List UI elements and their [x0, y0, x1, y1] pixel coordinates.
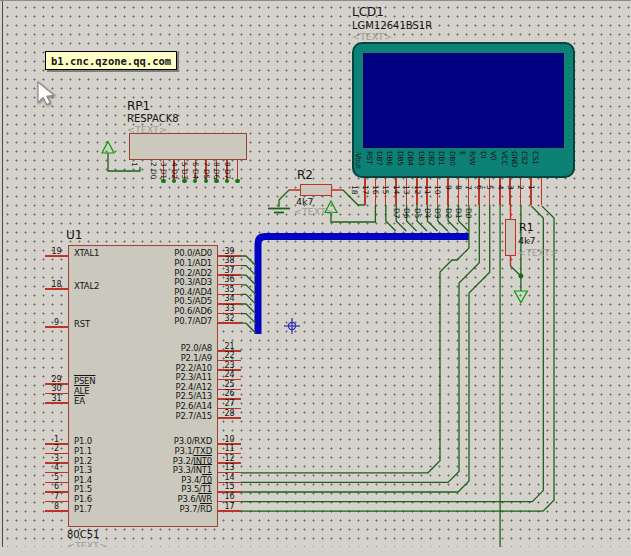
u1-pin-row: 36 P0.3/AD3 — [41, 277, 241, 287]
net-label — [238, 294, 258, 304]
net-label — [238, 275, 258, 285]
lcd-pin-stub — [489, 178, 491, 205]
p0-net-labels — [238, 247, 258, 324]
canvas-bottom-strip — [0, 547, 631, 556]
lcd-pin-stub — [468, 178, 470, 205]
pin-number: 24 — [219, 370, 240, 379]
net-label — [238, 285, 258, 295]
lcd-pin-number: 16 — [371, 185, 380, 195]
sheet-edge-top — [0, 0, 631, 1]
u1-pin-row: 23 P2.2/A10 — [41, 362, 241, 372]
lcd-net-labels: D7D6D5D4D3D2D1D0 — [401, 208, 484, 232]
u1-p0-group: 39 P0.0/AD0 38 P0.1/AD1 37 P0.2/AD2 36 P… — [41, 248, 241, 325]
lcd-pin-label: CS2 — [520, 151, 529, 165]
rp1-resistor-pack[interactable] — [129, 133, 247, 160]
lcd-pin-number: 11 — [423, 185, 432, 195]
rp1-pin: 9 D7 — [232, 160, 243, 186]
lcd-pin-number: 2 — [516, 185, 525, 190]
lcd-pin-stub — [499, 178, 501, 205]
lcd-pin-label: DB0 — [448, 151, 457, 166]
r1-value: 4k7 — [518, 235, 536, 246]
pin-number: 27 — [219, 399, 240, 408]
pin-number: 35 — [219, 285, 240, 294]
u1-pin-row: 38 P0.1/AD1 — [41, 258, 241, 268]
lcd-pin-stub — [520, 178, 522, 205]
lcd-pin-stub — [530, 178, 532, 205]
r2-resistor[interactable] — [300, 184, 332, 196]
rp1-junction-dot — [235, 179, 240, 184]
lcd-pin-stub — [541, 178, 543, 205]
lcd-ref: LCD1 — [352, 5, 384, 19]
u1-pin-row: 16 P3.6/WR — [41, 494, 241, 504]
pin-number: 26 — [219, 389, 240, 398]
u1-pin-row: 25 P2.4/A12 — [41, 381, 241, 391]
pin-number: 14 — [219, 473, 240, 482]
net-label — [238, 266, 258, 276]
lcd-pin-label: DB3 — [417, 151, 426, 166]
ground-symbol — [268, 209, 290, 213]
lcd-pin-label: RST — [365, 151, 374, 165]
r1-resistor[interactable] — [505, 219, 516, 256]
lcd-pin-stub — [447, 178, 449, 205]
lcd-text-placeholder: <TEXT> — [352, 31, 392, 42]
vcc-terminal-rp1 — [102, 142, 114, 154]
lcd-pin-number: 4 — [496, 185, 505, 190]
pin-number: 22 — [219, 351, 240, 360]
lcd-pin-label: -Vout — [354, 151, 363, 169]
rp1-pin-label: 3 D1 — [159, 162, 168, 179]
pin-label: P2.7/A15 — [175, 411, 212, 421]
lcd-pin-number: 7 — [464, 185, 473, 190]
lcd-pin-number: 1 — [527, 185, 536, 190]
pin-number: 39 — [219, 247, 240, 256]
rp1-pins: 2 D0 3 D1 4 D2 5 D3 6 D4 7 D5 8 D6 — [158, 160, 243, 186]
lcd-pin-label: DB6 — [385, 151, 394, 166]
pin-number: 37 — [219, 266, 240, 275]
u1-ref: U1 — [66, 228, 82, 242]
u1-pin-row: 27 P2.6/A14 — [41, 401, 241, 411]
lcd-pin-label: DI — [479, 151, 488, 158]
net-label — [238, 314, 258, 324]
lcd-pin-number: 6 — [475, 185, 484, 190]
u1-pin-row: 28 P2.7/A15 — [41, 410, 241, 420]
lcd-pin-number: 17 — [361, 185, 370, 195]
r1-text-placeholder: <TEXT> — [518, 247, 558, 258]
schematic-canvas[interactable]: b1.cnc.qzone.qq.com RP1 RESPACK8 <TEXT> … — [0, 0, 631, 556]
rp1-pin-label: 6 D4 — [191, 162, 200, 179]
pin-number: 25 — [219, 380, 240, 389]
lcd-pin-stub — [458, 178, 460, 205]
pin-number: 10 — [219, 435, 240, 444]
lcd-pin-number: 8 — [454, 185, 463, 190]
u1-pin-row: 26 P2.5/A13 — [41, 391, 241, 401]
r2-text-placeholder: <TEXT> — [294, 206, 334, 217]
lcd-pin-number: 15 — [381, 185, 390, 195]
lcd-pin-label: DB4 — [406, 151, 415, 166]
pin-stub — [45, 326, 68, 327]
pin-number: 16 — [219, 492, 240, 501]
lcd-pin-label: CS1 — [531, 151, 540, 165]
pin-number: 34 — [219, 294, 240, 303]
u1-pin-row: 15 P3.5/T1 — [41, 484, 241, 494]
r2-ref: R2 — [297, 168, 313, 182]
lcd-pin-label: GND — [510, 151, 519, 167]
rp1-pin-label: 9 D7 — [223, 162, 232, 179]
lcd-screen — [363, 53, 564, 148]
lcd-pin-number: 9 — [444, 185, 453, 190]
lcd-pin-label: R/W — [468, 151, 477, 165]
lcd-pin-label: DB7 — [375, 151, 384, 166]
lcd-pin-label: DB2 — [427, 151, 436, 166]
u1-pin-row: 13 P3.3/INT1 — [41, 465, 241, 475]
lcd-pin-label: DB1 — [437, 151, 446, 166]
pin-number: 28 — [219, 409, 240, 418]
pin-number: 17 — [219, 502, 240, 511]
u1-p2-group: 21 P2.0/A8 22 P2.1/A9 23 P2.2/A10 24 P2.… — [41, 343, 241, 420]
lcd-pin: R/W 7 — [474, 151, 484, 211]
pin-number: 12 — [219, 454, 240, 463]
pin-number: 36 — [219, 275, 240, 284]
net-label — [238, 256, 258, 266]
pin-number: 23 — [219, 361, 240, 370]
origin-marker-icon — [284, 318, 300, 334]
sheet-edge-left — [2, 0, 3, 556]
u1-p3-group: 10 P3.0/RXD 11 P3.1/TXD 12 P3.2/INT0 13 … — [41, 436, 241, 513]
rp1-pin-label: 5 D3 — [180, 162, 189, 179]
u1-pin-row: 22 P2.1/A9 — [41, 353, 241, 363]
